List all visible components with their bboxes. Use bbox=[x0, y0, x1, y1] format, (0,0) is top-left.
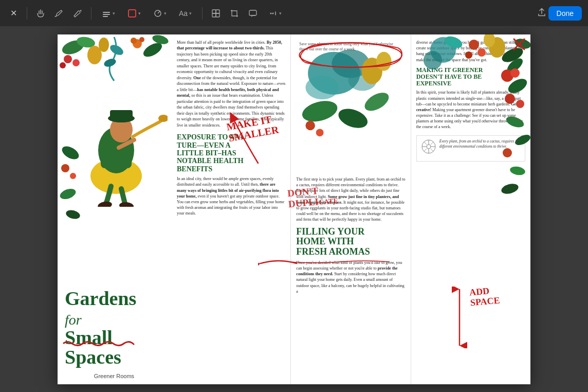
callout-box: Every plant, from an orchid to a cactus,… bbox=[416, 135, 525, 162]
svg-rect-8 bbox=[216, 13, 219, 17]
toolbar: ✕ ▾ ▾ ▾ A bbox=[0, 0, 588, 27]
main-title: Gardens for Small Spaces bbox=[65, 289, 163, 367]
arrange-tool[interactable] bbox=[209, 6, 223, 21]
svg-point-66 bbox=[336, 105, 371, 131]
svg-rect-2 bbox=[103, 16, 108, 17]
document-area: Gardens for Small Spaces Greener Rooms M… bbox=[0, 27, 588, 392]
svg-point-11 bbox=[272, 12, 274, 14]
section-heading-right: MAKING IT GREENERDOESN'T HAVE TO BEEXPEN… bbox=[416, 67, 525, 87]
svg-rect-7 bbox=[212, 13, 216, 17]
author-name: Greener Rooms bbox=[65, 373, 163, 379]
separator-2 bbox=[91, 7, 91, 20]
callout-text: Every plant, from an orchid to a cactus,… bbox=[439, 139, 521, 150]
mid-text: The first step is to pick your plants. E… bbox=[296, 173, 405, 294]
mid-column: Save some planters at home using only wh… bbox=[290, 34, 410, 384]
mid-paragraph-1: The first step is to pick your plants. E… bbox=[296, 176, 405, 223]
title-column: Gardens for Small Spaces Greener Rooms bbox=[58, 34, 171, 384]
share-button[interactable] bbox=[537, 7, 547, 20]
section-heading-mid: FILLING YOURHOME WITHFRESH AROMAS bbox=[296, 227, 405, 257]
svg-point-74 bbox=[427, 145, 431, 149]
mid-illustration: Save some planters at home using only wh… bbox=[296, 40, 405, 173]
section-paragraph-1: In an ideal city, there would be ample g… bbox=[177, 176, 285, 216]
options-btn[interactable]: ▾ bbox=[264, 7, 286, 20]
title-gardens: Gardens bbox=[65, 288, 136, 309]
hand-tool[interactable] bbox=[33, 6, 48, 21]
close-tool[interactable]: ✕ bbox=[6, 6, 21, 21]
svg-point-63 bbox=[306, 76, 339, 99]
done-button[interactable]: Done bbox=[548, 6, 582, 21]
svg-rect-5 bbox=[212, 10, 216, 13]
svg-rect-9 bbox=[249, 10, 256, 15]
intro-paragraph: More than half of all people worldwide l… bbox=[177, 40, 285, 128]
svg-point-72 bbox=[300, 43, 402, 67]
svg-rect-0 bbox=[103, 12, 110, 13]
fill-btn[interactable]: ▾ bbox=[149, 7, 171, 20]
title-spaces: Spaces bbox=[65, 346, 121, 368]
svg-point-71 bbox=[316, 129, 324, 136]
svg-point-10 bbox=[270, 12, 272, 14]
svg-rect-1 bbox=[103, 14, 110, 15]
separator-1 bbox=[27, 7, 27, 20]
svg-point-70 bbox=[306, 121, 315, 130]
shapes-btn[interactable]: ▾ bbox=[98, 7, 119, 20]
page: Gardens for Small Spaces Greener Rooms M… bbox=[58, 34, 530, 384]
crop-tool[interactable] bbox=[227, 6, 242, 21]
comment-tool[interactable] bbox=[246, 6, 260, 21]
markup-tool[interactable] bbox=[70, 6, 85, 21]
svg-rect-3 bbox=[128, 10, 136, 17]
callout-icon bbox=[421, 139, 436, 158]
text-format-btn[interactable]: Aa ▾ bbox=[175, 7, 196, 20]
svg-rect-6 bbox=[216, 10, 219, 13]
right-paragraph-2: In this spirit, your home is likely full… bbox=[416, 90, 525, 130]
section-heading-1: EXPOSURE TO NA-TURE—EVEN ALITTLE BIT–HAS… bbox=[177, 133, 285, 173]
main-text-column: More than half of all people worldwide l… bbox=[171, 34, 290, 384]
title-for: for bbox=[65, 312, 82, 328]
pen-tool[interactable] bbox=[52, 6, 66, 21]
color-shape-btn[interactable]: ▾ bbox=[123, 7, 145, 20]
svg-point-67 bbox=[362, 89, 392, 115]
right-column: diverse at-home garden. If you haven't g… bbox=[411, 34, 530, 384]
svg-point-65 bbox=[300, 97, 340, 125]
mid-paragraph-2: Once you've decided what kind of plants … bbox=[296, 260, 405, 294]
right-paragraph-1: diverse at-home garden. If you haven't g… bbox=[416, 40, 525, 63]
separator-3 bbox=[202, 7, 203, 20]
